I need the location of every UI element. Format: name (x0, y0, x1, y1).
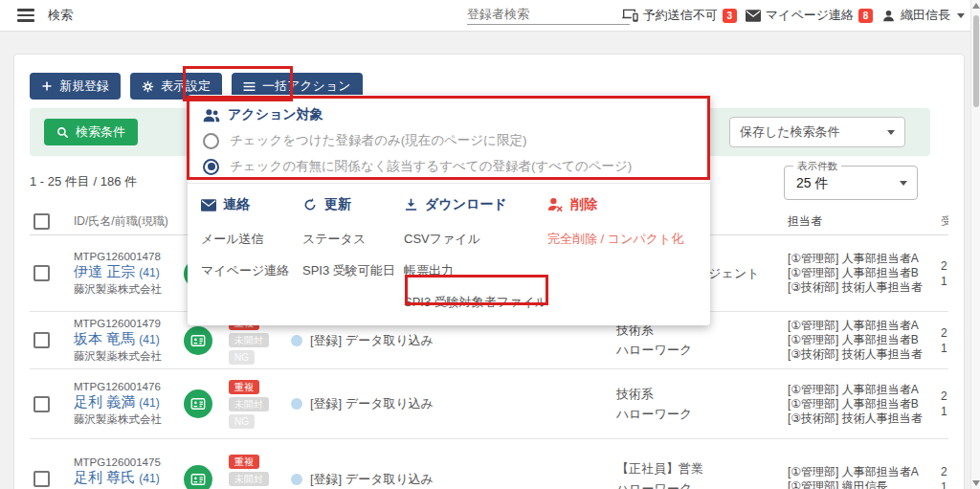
unopened-badge: 未開封 (229, 333, 269, 347)
mypage-contact-label: マイページ連絡 (766, 7, 854, 24)
media-line: 【正社員】営業 (616, 460, 788, 478)
menu-icon[interactable] (17, 9, 34, 22)
header-clipped: 受 (941, 213, 948, 230)
table-row: MTPG126001475 足利 尊氏 (41) 藤沢製薬株式会社 重複 未開封… (30, 439, 948, 489)
topbar: 検索 予約送信不可 3 マイページ連絡 8 織田信長 (0, 0, 980, 32)
menu-item-mail-send[interactable]: メール送信 (201, 231, 302, 248)
row-checkbox[interactable] (33, 332, 50, 348)
refresh-icon (302, 197, 318, 212)
result-count: 1 - 25 件目 / 186 件 (30, 173, 137, 190)
row-checkbox[interactable] (33, 265, 50, 281)
user-name: 織田信長 (901, 7, 950, 24)
registrant-id: MTPG126001478 (74, 251, 179, 262)
group-title-delete: 削除 (570, 196, 597, 213)
registrant-search-input[interactable] (467, 3, 630, 24)
group-title-update: 更新 (324, 196, 351, 213)
menu-item-complete-delete-compact[interactable]: 完全削除 / コンパクト化 (547, 231, 706, 248)
tantou-line: [①管理部] 人事部担当者B (788, 397, 941, 411)
unopened-badge: 未開封 (229, 472, 269, 486)
bulk-action-menu: アクション対象 チェックをつけた登録者のみ(現在のページに限定) チェックの有無… (188, 95, 710, 325)
scroll-down-arrow-icon[interactable] (972, 480, 980, 486)
menu-item-mypage-contact[interactable]: マイページ連絡 (201, 262, 302, 279)
ng-badge: NG (229, 414, 255, 429)
list-icon (243, 81, 256, 92)
duplicate-badge: 重複 (229, 455, 259, 469)
radio-unselected-icon[interactable] (203, 133, 219, 149)
select-all-checkbox[interactable] (33, 213, 50, 230)
tantou-line: [①管理部] 人事部担当者A (788, 465, 941, 479)
contact-card-icon[interactable] (184, 465, 212, 489)
person-remove-icon (547, 197, 564, 212)
registrant-name-link[interactable]: 坂本 竜馬 (41) (74, 330, 179, 348)
ng-badge: NG (229, 350, 255, 365)
search-icon (56, 126, 69, 139)
tantou-line: [③技術部] 技術人事担当者 (788, 411, 941, 426)
table-row: MTPG126001476 足利 義満 (41) 藤沢製薬株式会社 重複 未開封… (30, 369, 948, 439)
registrant-name-link[interactable]: 足利 義満 (41) (74, 393, 179, 411)
registrant-id: MTPG126001479 (74, 318, 179, 329)
radio-selected-icon[interactable] (203, 159, 219, 175)
people-icon (203, 108, 220, 122)
contact-card-icon[interactable] (184, 389, 212, 418)
registrant-name-link[interactable]: 伊達 正宗 (41) (74, 263, 179, 281)
search-conditions-button[interactable]: 検索条件 (44, 119, 138, 145)
saved-search-select[interactable]: 保存した検索条件 (729, 117, 905, 147)
registrant-company: 藤沢製薬株式会社 (74, 282, 179, 297)
status-dot (291, 398, 302, 410)
registrant-search-input-wrap (467, 3, 630, 25)
mail-icon (201, 199, 216, 211)
contact-card-icon[interactable] (184, 326, 212, 355)
per-page-label: 表示件数 (793, 160, 841, 173)
mypage-contact[interactable]: マイページ連絡 8 (746, 7, 873, 24)
unopened-badge: 未開封 (229, 397, 269, 411)
menu-item-report-output[interactable]: 帳票出力 (404, 262, 547, 279)
target-option-all-pages[interactable]: チェックの有無に関係なく該当するすべての登録者(すべてのページ) (203, 158, 695, 175)
menu-item-status[interactable]: ステータス (302, 231, 404, 248)
tantou-line: [①管理部] 人事部担当者B (788, 333, 941, 347)
download-icon (404, 197, 418, 212)
tantou-line: [③技術部] 技術人事担当者 (788, 280, 941, 295)
menu-item-csv-file[interactable]: CSVファイル (404, 231, 547, 248)
media-line: ハローワーク (616, 406, 788, 423)
group-title-contact: 連絡 (223, 196, 250, 213)
scrollbar-thumb[interactable] (973, 15, 979, 107)
scroll-up-arrow-icon[interactable] (972, 3, 980, 9)
menu-item-spi3-date[interactable]: SPI3 受験可能日 (302, 262, 404, 279)
tantou-line: [①管理部] 人事部担当者B (788, 266, 941, 280)
tantou-line: [①管理部] 人事部担当者A (788, 319, 941, 333)
reserved-send-unavailable-label: 予約送信不可 (643, 7, 718, 24)
gear-icon (142, 80, 154, 93)
plus-icon (41, 80, 53, 92)
page-scrollbar[interactable] (970, 0, 980, 489)
media-line: 技術系 (616, 386, 788, 403)
registrant-company: 藤沢製薬株式会社 (74, 412, 179, 427)
tantou-line: [①管理部] 人事部担当者A (788, 252, 941, 266)
tantou-line: [①管理部] 人事部担当者A (788, 383, 941, 397)
mail-icon (746, 10, 761, 22)
status-dot (291, 474, 302, 485)
registrant-name-link[interactable]: 足利 尊氏 (41) (74, 469, 179, 487)
media-line: ハローワーク (616, 342, 788, 359)
per-page-select[interactable]: 表示件数 25 件 (784, 166, 918, 200)
mypage-contact-count-badge: 8 (858, 9, 873, 23)
registrant-id: MTPG126001475 (74, 456, 179, 468)
person-icon (881, 9, 896, 23)
tantou-line: [③技術部] 技術人事担当者 (788, 347, 941, 362)
reserved-send-unavailable[interactable]: 予約送信不可 3 (622, 7, 737, 24)
status-text: [登録] データ取り込み (310, 395, 434, 412)
bulk-menu-title: アクション対象 (228, 106, 323, 123)
chevron-down-icon (957, 13, 965, 18)
row-checkbox[interactable] (33, 396, 50, 412)
user-menu[interactable]: 織田信長 (881, 7, 965, 24)
new-registration-button[interactable]: 新規登録 (30, 73, 121, 100)
status-dot (291, 335, 302, 346)
registrant-company: 藤沢製薬株式会社 (74, 349, 179, 364)
chevron-down-icon (887, 130, 895, 135)
chevron-down-icon (900, 181, 907, 186)
row-checkbox[interactable] (33, 471, 50, 487)
duplicate-badge: 重複 (229, 380, 259, 394)
target-option-checked-only[interactable]: チェックをつけた登録者のみ(現在のページに限定) (203, 132, 695, 149)
topbar-menu-label: 検索 (48, 7, 73, 24)
menu-item-spi3-target-file[interactable]: SPI3 受験対象者ファイル (404, 294, 547, 311)
tantou-line: [①管理部] 織田信長 (788, 479, 941, 489)
